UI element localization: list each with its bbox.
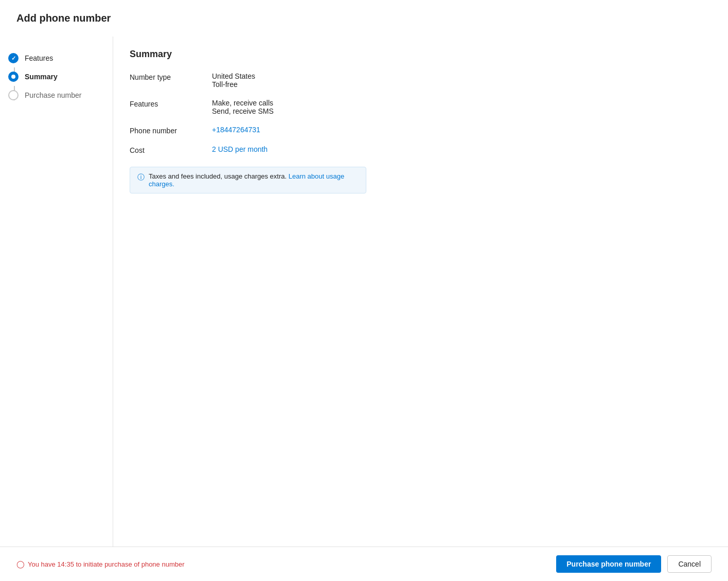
timer-container: ◯ You have 14:35 to initiate purchase of…	[16, 560, 185, 568]
step-circle-summary	[8, 72, 19, 82]
main-content: Summary Number type United States Toll-f…	[113, 37, 728, 547]
number-type-kind: Toll-free	[212, 80, 712, 89]
sidebar-item-features[interactable]: ✓ Features	[0, 49, 113, 67]
active-dot	[11, 75, 15, 79]
cancel-button[interactable]: Cancel	[667, 555, 712, 573]
sidebar-item-label-purchase: Purchase number	[25, 91, 82, 99]
number-type-country: United States	[212, 72, 712, 80]
sidebar-item-label-features: Features	[25, 54, 53, 62]
info-icon: ⓘ	[137, 173, 145, 182]
sidebar-item-purchase[interactable]: Purchase number	[0, 86, 113, 104]
number-type-label: Number type	[130, 72, 212, 89]
summary-title: Summary	[130, 49, 712, 60]
page-title: Add phone number	[16, 12, 712, 24]
sidebar-item-label-summary: Summary	[25, 73, 58, 81]
sidebar: ✓ Features Summary Purchase number	[0, 37, 113, 547]
features-label: Features	[130, 99, 212, 115]
sidebar-item-summary[interactable]: Summary	[0, 67, 113, 86]
phone-number-value: +18447264731	[212, 126, 712, 135]
features-value: Make, receive calls Send, receive SMS	[212, 99, 712, 115]
bottom-footer: ◯ You have 14:35 to initiate purchase of…	[0, 547, 728, 581]
summary-grid: Number type United States Toll-free Feat…	[130, 72, 712, 154]
top-section: Add phone number	[0, 0, 728, 37]
cost-label: Cost	[130, 145, 212, 154]
timer-text: You have 14:35 to initiate purchase of p…	[28, 560, 185, 568]
step-circle-features: ✓	[8, 53, 19, 63]
info-text: Taxes and fees included, usage charges e…	[149, 172, 359, 188]
page-wrapper: Add phone number ✓ Features Summary	[0, 0, 728, 581]
number-type-value: United States Toll-free	[212, 72, 712, 89]
footer-buttons: Purchase phone number Cancel	[556, 555, 712, 573]
features-sms: Send, receive SMS	[212, 107, 712, 115]
phone-number-label: Phone number	[130, 126, 212, 135]
purchase-phone-number-button[interactable]: Purchase phone number	[556, 555, 661, 573]
timer-icon: ◯	[16, 560, 25, 568]
cost-value: 2 USD per month	[212, 145, 712, 154]
info-static-text: Taxes and fees included, usage charges e…	[149, 172, 287, 180]
middle-section: ✓ Features Summary Purchase number Sum	[0, 37, 728, 547]
info-banner: ⓘ Taxes and fees included, usage charges…	[130, 167, 366, 193]
step-circle-purchase	[8, 90, 19, 100]
check-icon: ✓	[11, 55, 16, 62]
features-calls: Make, receive calls	[212, 99, 712, 107]
